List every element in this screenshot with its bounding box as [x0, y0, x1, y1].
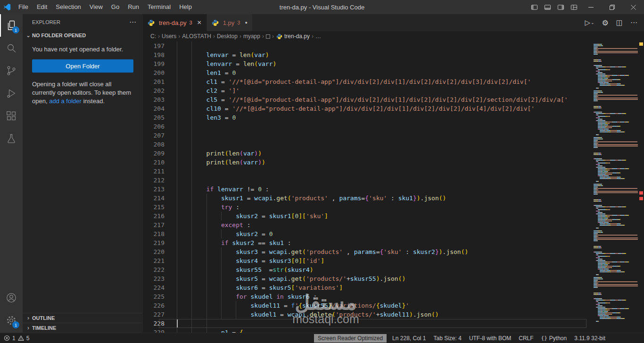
- settings-badge: 1: [12, 321, 19, 328]
- token: [284, 293, 288, 300]
- status-screen-reader-optimized[interactable]: Screen Reader Optimized: [314, 334, 387, 343]
- token: =: [258, 275, 269, 282]
- breadcrumb-separator-icon: ›: [239, 33, 241, 40]
- token: 'id': [306, 257, 321, 264]
- outline-section[interactable]: › OUTLINE: [23, 313, 143, 323]
- tab-tren-da.py[interactable]: tren-da.py3✕: [143, 14, 207, 31]
- token: :: [262, 186, 269, 193]
- token: 0: [232, 114, 236, 121]
- breadcrumb-file[interactable]: tren-da.py: [284, 33, 310, 40]
- token: skudel11: [380, 311, 409, 318]
- token: skudel1: [250, 311, 276, 318]
- indent-guide: [236, 310, 250, 319]
- token: =: [361, 195, 365, 202]
- indent-guide: [177, 203, 191, 212]
- menu-terminal[interactable]: Terminal: [143, 0, 175, 14]
- code-line: 225for skudel in skusr6 :: [143, 292, 587, 301]
- token: ,: [328, 195, 339, 202]
- token: cl1: [206, 78, 217, 85]
- indent-guide: [177, 77, 191, 86]
- restore-button[interactable]: [602, 0, 623, 14]
- overview-ruler: [638, 41, 644, 333]
- indent-guide: [191, 301, 206, 310]
- menu-go[interactable]: Go: [107, 0, 124, 14]
- folder-icon[interactable]: [266, 34, 270, 39]
- line-content: [165, 176, 587, 185]
- problems-status[interactable]: 1 5: [0, 335, 29, 342]
- menu-run[interactable]: Run: [124, 0, 143, 14]
- tab-close-icon[interactable]: ✕: [197, 19, 202, 26]
- menu-help[interactable]: Help: [175, 0, 196, 14]
- breadcrumb-item[interactable]: Desktop: [217, 33, 238, 40]
- sidebar-item-explorer[interactable]: 1: [0, 14, 23, 37]
- breadcrumb-item[interactable]: C:: [150, 33, 156, 40]
- toggle-primary-sidebar-icon[interactable]: [528, 0, 541, 14]
- code-line: 213if lenvarr != 0 :: [143, 185, 587, 194]
- indent-guide: [221, 310, 236, 319]
- timeline-section[interactable]: › TIMELINE: [23, 323, 143, 333]
- indent-guide: [177, 176, 191, 185]
- sidebar-item-extensions[interactable]: [0, 105, 23, 127]
- line-number: 205: [143, 113, 165, 122]
- configure-run-icon[interactable]: ⚙: [602, 18, 608, 27]
- indent-guide: [191, 68, 206, 77]
- section-no-folder-opened[interactable]: ⌄ NO FOLDER OPENED: [23, 30, 143, 41]
- line-number: 221: [143, 256, 165, 265]
- modified-dot-icon[interactable]: ●: [245, 20, 247, 25]
- add-a-folder-link[interactable]: add a folder: [49, 98, 82, 105]
- open-folder-button[interactable]: Open Folder: [32, 59, 133, 73]
- indent-guide: [206, 212, 221, 220]
- sidebar-item-source-control[interactable]: [0, 59, 23, 82]
- more-actions-icon[interactable]: ⋯: [630, 18, 637, 27]
- status-python[interactable]: {}Python: [537, 335, 571, 342]
- menu-edit[interactable]: Edit: [33, 0, 51, 14]
- indent-guide: [206, 256, 221, 265]
- status-tab-size-4[interactable]: Tab Size: 4: [430, 335, 465, 342]
- token: skusr5: [236, 275, 258, 282]
- close-window-button[interactable]: [623, 0, 644, 14]
- line-number: 212: [143, 176, 165, 185]
- line-number: 207: [143, 131, 165, 140]
- line-content: print(len(var)): [165, 149, 587, 158]
- views-and-more-actions-icon[interactable]: ⋯: [129, 18, 136, 26]
- explorer-badge: 1: [12, 26, 19, 33]
- token: ']': [229, 87, 239, 94]
- breadcrumb-more[interactable]: …: [315, 33, 321, 40]
- indent-guide: [177, 194, 191, 203]
- token: =: [243, 195, 254, 202]
- accounts-icon[interactable]: [0, 286, 23, 309]
- settings-gear-icon[interactable]: 1: [0, 309, 23, 332]
- menu-selection[interactable]: Selection: [51, 0, 85, 14]
- split-editor-icon[interactable]: ◫: [616, 18, 623, 27]
- status-utf-8-with-bom[interactable]: UTF-8 with BOM: [465, 335, 515, 342]
- indent-guide: [206, 328, 221, 333]
- menu-view[interactable]: View: [85, 0, 107, 14]
- breadcrumb-item[interactable]: ALOSTATH: [182, 33, 211, 40]
- token: =: [276, 311, 287, 318]
- toggle-panel-icon[interactable]: [541, 0, 554, 14]
- sidebar-item-run-and-debug[interactable]: [0, 82, 23, 105]
- code-line: 222skusr55 =str(skusr4): [143, 265, 587, 274]
- minimize-button[interactable]: [580, 0, 602, 14]
- editor[interactable]: 197198lenvar = len(var)199lenvarr = len(…: [143, 41, 644, 333]
- status-ln-228-col-1[interactable]: Ln 228, Col 1: [388, 335, 429, 342]
- tab-1.py[interactable]: 1.py3●: [207, 14, 253, 31]
- token: =: [258, 230, 269, 237]
- minimap[interactable]: [587, 41, 644, 333]
- indent-guide: [177, 95, 191, 104]
- token: lenvarr: [206, 60, 232, 67]
- sidebar-item-search[interactable]: [0, 37, 23, 59]
- menu-file[interactable]: File: [14, 0, 33, 14]
- status-3-11-9-32-bit[interactable]: 3.11.9 32-bit: [570, 335, 609, 342]
- line-content: [165, 131, 587, 140]
- code-area[interactable]: 197198lenvar = len(var)199lenvarr = len(…: [143, 41, 587, 333]
- token: except: [221, 221, 243, 229]
- customize-layout-icon[interactable]: [567, 0, 580, 14]
- status-crlf[interactable]: CRLF: [515, 335, 537, 342]
- breadcrumb-item[interactable]: myapp: [243, 33, 260, 40]
- run-python-file-button[interactable]: ▷⌄: [585, 18, 594, 27]
- toggle-secondary-sidebar-icon[interactable]: [554, 0, 567, 14]
- breadcrumb-item[interactable]: Users: [162, 33, 176, 40]
- sidebar-item-testing[interactable]: [0, 127, 23, 150]
- breadcrumb-separator-icon: ›: [178, 33, 180, 40]
